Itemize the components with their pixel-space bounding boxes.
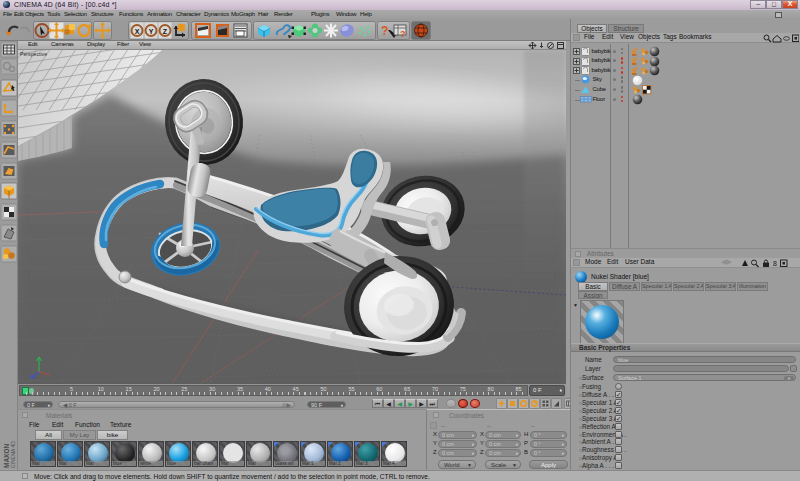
svg-text:?: ?: [400, 29, 406, 39]
svg-text:X: X: [135, 28, 140, 35]
svg-text:8: 8: [773, 260, 777, 267]
svg-text:Perspective: Perspective: [20, 51, 47, 57]
svg-text:Z: Z: [163, 28, 168, 35]
svg-text:Y: Y: [149, 28, 154, 35]
svg-text:?: ?: [381, 24, 388, 38]
